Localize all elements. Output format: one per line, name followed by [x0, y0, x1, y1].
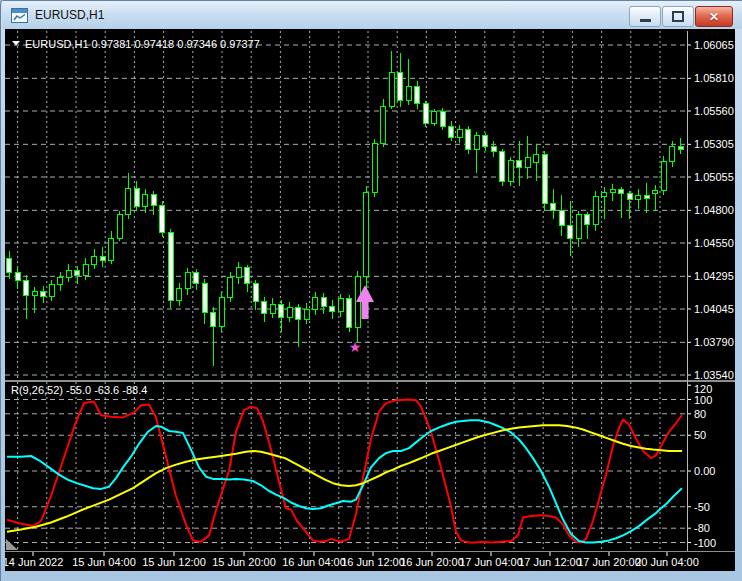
- bear-candle: [15, 273, 20, 281]
- time-tick-label: 17 Jun 04:00: [459, 556, 523, 568]
- bull-candle: [228, 278, 233, 298]
- bear-candle: [551, 204, 556, 211]
- bear-candle: [517, 161, 522, 168]
- bull-candle: [610, 190, 615, 193]
- time-tick-label: 20 Jun 04:00: [635, 556, 699, 568]
- chart-header: EURUSD,H1 0.97381 0.97418 0.97346 0.9737…: [12, 38, 260, 50]
- restore-icon: [672, 11, 684, 22]
- bull-candle: [270, 305, 275, 314]
- minimize-button[interactable]: [629, 6, 661, 27]
- indicator-tick-label: -50: [694, 501, 710, 513]
- close-button[interactable]: ✕: [695, 6, 733, 27]
- bear-candle: [245, 268, 250, 284]
- bear-candle: [491, 147, 496, 152]
- bull-candle: [534, 154, 539, 163]
- bear-candle: [279, 305, 284, 318]
- bull-candle: [474, 136, 479, 150]
- bull-candle: [338, 299, 343, 312]
- time-tick-label: 15 Jun 04:00: [72, 556, 136, 568]
- bull-candle: [32, 292, 37, 296]
- bear-candle: [262, 302, 267, 314]
- indicator-tick-label: 50: [694, 429, 706, 441]
- bear-candle: [483, 136, 488, 147]
- bear-candle: [75, 271, 80, 276]
- bull-candle: [593, 197, 598, 225]
- time-tick-label: 16 Jun 12:00: [341, 556, 405, 568]
- bull-candle: [58, 278, 63, 285]
- time-tick-label: 16 Jun 04:00: [282, 556, 346, 568]
- bear-candle: [440, 112, 445, 127]
- time-tick-label: 17 Jun 20:00: [577, 556, 641, 568]
- bear-candle: [500, 152, 505, 182]
- bear-candle: [168, 233, 173, 301]
- bear-candle: [466, 129, 471, 150]
- price-tick-label: 1.03540: [694, 369, 734, 381]
- price-tick-label: 1.04800: [694, 204, 734, 216]
- bull-candle: [83, 265, 88, 276]
- price-tick-label: 1.05055: [694, 171, 734, 183]
- bear-candle: [423, 104, 428, 123]
- price-tick-label: 1.04550: [694, 237, 734, 249]
- indicator-title: R(9,26,52) -55.0 -63.6 -88.4: [11, 384, 147, 396]
- bull-candle: [126, 189, 131, 215]
- bull-candle: [66, 271, 71, 278]
- bear-candle: [619, 190, 624, 194]
- bear-candle: [160, 206, 165, 233]
- time-tick-label: 17 Jun 12:00: [518, 556, 582, 568]
- chart-canvas[interactable]: 1.060651.058101.055601.053051.050551.048…: [5, 29, 735, 571]
- bear-candle: [7, 259, 12, 273]
- bear-candle: [253, 284, 258, 302]
- bear-candle: [559, 211, 564, 226]
- bear-candle: [330, 307, 335, 312]
- indicator-header: R(9,26,52) -55.0 -63.6 -88.4: [11, 384, 147, 396]
- bull-candle: [670, 147, 675, 162]
- minimize-icon: [640, 19, 651, 22]
- chart-window: EURUSD,H1 ✕ 1.060651.058101.055601.05305…: [0, 0, 742, 581]
- bull-candle: [49, 285, 54, 297]
- bear-candle: [134, 189, 139, 207]
- bull-candle: [525, 158, 530, 168]
- bull-candle: [185, 273, 190, 289]
- bull-candle: [364, 193, 369, 277]
- price-tick-label: 1.06065: [694, 39, 734, 51]
- window-title: EURUSD,H1: [35, 8, 104, 22]
- bull-candle: [602, 193, 607, 197]
- bull-candle: [236, 268, 241, 278]
- bear-candle: [100, 257, 105, 261]
- bull-candle: [287, 308, 292, 318]
- price-tick-label: 1.05810: [694, 72, 734, 84]
- bear-candle: [568, 226, 573, 239]
- bull-candle: [381, 106, 386, 144]
- bull-candle: [636, 196, 641, 200]
- star-marker-icon: ★: [349, 339, 362, 355]
- restore-button[interactable]: [662, 6, 694, 27]
- bull-candle: [508, 161, 513, 182]
- bear-candle: [627, 194, 632, 200]
- bull-candle: [143, 195, 148, 207]
- bull-candle: [576, 215, 581, 239]
- bear-candle: [347, 299, 352, 328]
- time-tick-label: 14 Jun 2022: [5, 556, 63, 568]
- bear-candle: [24, 281, 29, 296]
- bull-candle: [117, 215, 122, 239]
- bear-candle: [415, 86, 420, 104]
- app-icon: [11, 8, 28, 23]
- bear-candle: [41, 292, 46, 297]
- time-tick-label: 15 Jun 12:00: [142, 556, 206, 568]
- title-bar[interactable]: EURUSD,H1 ✕: [2, 1, 742, 29]
- bear-candle: [151, 195, 156, 206]
- bear-candle: [296, 308, 301, 320]
- chart-client-area: 1.060651.058101.055601.053051.050551.048…: [5, 29, 735, 571]
- bull-candle: [372, 144, 377, 193]
- bull-candle: [457, 129, 462, 137]
- bull-candle: [432, 112, 437, 123]
- bull-candle: [92, 257, 97, 265]
- bull-candle: [406, 86, 411, 101]
- time-tick-label: 16 Jun 20:00: [400, 556, 464, 568]
- bear-candle: [398, 73, 403, 101]
- indicator-tick-label: -80: [694, 522, 710, 534]
- time-tick-label: 15 Jun 20:00: [212, 556, 276, 568]
- bull-candle: [219, 298, 224, 327]
- indicator-tick-label: 80: [694, 408, 706, 420]
- bear-candle: [321, 298, 326, 307]
